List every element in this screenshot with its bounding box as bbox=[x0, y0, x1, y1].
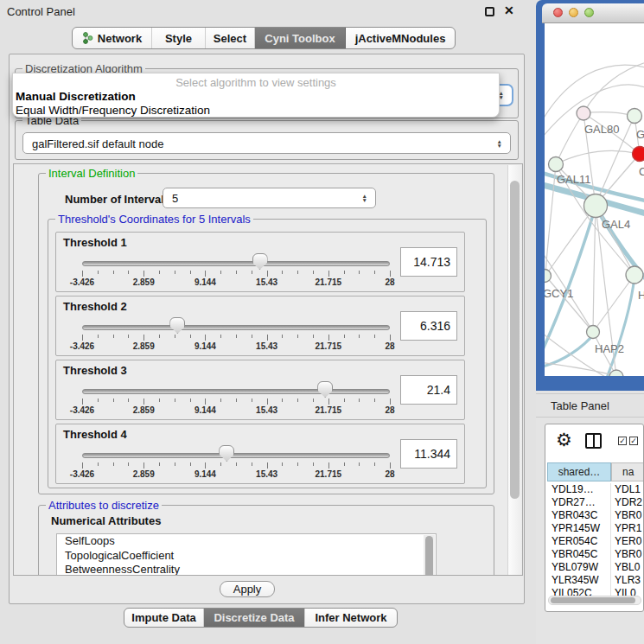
slider-ticks bbox=[82, 399, 390, 405]
threshold-1-value-field[interactable]: 14.713 bbox=[400, 247, 457, 277]
cyni-toolbox-panel: Discretization Algorithm ▲▼ Table Data g… bbox=[9, 54, 525, 604]
table-row[interactable]: YBR045CYBR0 bbox=[547, 548, 644, 561]
select-columns-icon[interactable]: ✓ ✓ bbox=[618, 437, 638, 445]
list-item[interactable]: SelfLoops bbox=[57, 534, 436, 549]
threshold-4-slider-track[interactable] bbox=[82, 453, 390, 458]
interval-definition-group: Interval Definition Number of Intervals … bbox=[38, 173, 494, 494]
threshold-2-box: Threshold 2 -3.4262.8599.14415.4321.7152… bbox=[55, 296, 465, 356]
threshold-3-value-field[interactable]: 21.4 bbox=[400, 375, 457, 405]
tab-select[interactable]: Select bbox=[206, 28, 255, 48]
network-node-red[interactable] bbox=[633, 147, 644, 162]
tab-impute-data[interactable]: Impute Data bbox=[124, 609, 204, 627]
scrollbar-thumb[interactable] bbox=[551, 597, 635, 603]
cell: YDL1 bbox=[611, 483, 644, 496]
table-data-combobox[interactable]: galFiltered.sif default node ▲▼ bbox=[22, 132, 511, 154]
control-panel-title: Control Panel bbox=[7, 5, 75, 18]
threshold-2-slider-track[interactable] bbox=[82, 325, 390, 330]
scrollbar-thumb[interactable] bbox=[510, 181, 520, 499]
attributes-group-label: Attributes to discretize bbox=[46, 499, 162, 512]
tab-style-label: Style bbox=[165, 32, 192, 45]
popup-option-equal-width[interactable]: Equal Width/Frequency Discretization bbox=[16, 104, 210, 117]
network-icon bbox=[82, 32, 93, 44]
table-data-group: Table Data galFiltered.sif default node … bbox=[15, 120, 519, 160]
threshold-4-value-field[interactable]: 11.344 bbox=[400, 439, 457, 469]
tab-cyni-toolbox[interactable]: Cyni Toolbox bbox=[255, 28, 346, 48]
threshold-1-slider-track[interactable] bbox=[82, 261, 390, 266]
node-label-gcy1: GCY1 bbox=[545, 287, 573, 300]
table-row[interactable]: YBL079WYBL0 bbox=[547, 561, 644, 574]
list-item[interactable]: TopologicalCoefficient bbox=[57, 549, 436, 564]
threshold-2-slider-thumb[interactable] bbox=[169, 317, 185, 334]
cell: YBR0 bbox=[611, 548, 644, 561]
close-traffic-light-icon[interactable] bbox=[553, 8, 563, 17]
list-scrollbar[interactable] bbox=[424, 535, 435, 576]
checkbox-icon: ✓ bbox=[618, 437, 627, 445]
numerical-attributes-list[interactable]: SelfLoops TopologicalCoefficient Between… bbox=[56, 533, 437, 576]
table-row[interactable]: YDL19…YDL1 bbox=[547, 483, 644, 496]
popup-placeholder-option[interactable]: Select algorithm to view settings bbox=[13, 76, 499, 89]
tab-discretize-data[interactable]: Discretize Data bbox=[204, 609, 305, 627]
tab-network-label: Network bbox=[98, 32, 142, 45]
minimize-traffic-light-icon[interactable] bbox=[569, 8, 578, 17]
network-node-gal4[interactable] bbox=[584, 194, 608, 218]
network-node-hap2[interactable] bbox=[587, 326, 600, 339]
tab-style[interactable]: Style bbox=[152, 28, 206, 48]
tab-infer-network[interactable]: Infer Network bbox=[305, 609, 397, 627]
checkbox-icon: ✓ bbox=[629, 437, 638, 445]
column-header-name[interactable]: na bbox=[611, 462, 644, 481]
slider-tick-labels: -3.4262.8599.14415.4321.71528 bbox=[82, 277, 390, 288]
tab-network[interactable]: Network bbox=[73, 28, 152, 48]
vertical-scrollbar[interactable] bbox=[507, 165, 521, 575]
table-panel: ⚙ ✓ ✓ shared… na YDL19…YDL1 YDR27…YDR2 Y… bbox=[545, 424, 644, 612]
column-header-shared-name[interactable]: shared… bbox=[547, 462, 611, 481]
number-of-intervals-value: 5 bbox=[172, 192, 178, 205]
tab-jactivemnodules-label: jActiveMNodules bbox=[355, 32, 446, 45]
float-window-icon[interactable] bbox=[485, 7, 494, 16]
close-icon[interactable]: ✕ bbox=[504, 3, 514, 17]
table-row[interactable]: YER054CYER0 bbox=[547, 535, 644, 548]
network-node-gal11[interactable] bbox=[549, 157, 564, 172]
tab-select-label: Select bbox=[214, 32, 246, 45]
top-tabbar: Network Style Select Cyni Toolbox jActiv… bbox=[72, 27, 456, 49]
table-row[interactable]: YDR27…YDR2 bbox=[547, 496, 644, 509]
network-node-gal80[interactable] bbox=[577, 106, 590, 120]
cell: YPR1 bbox=[611, 522, 644, 535]
threshold-1-slider-thumb[interactable] bbox=[252, 253, 268, 270]
list-item[interactable]: BetweennessCentrality bbox=[57, 563, 436, 576]
horizontal-scrollbar[interactable] bbox=[548, 596, 641, 605]
network-canvas[interactable]: GAL80 GA C GAL11 GAL4 GCY1 H HAP2 bbox=[545, 23, 644, 376]
threshold-4-slider-thumb[interactable] bbox=[219, 445, 234, 462]
table-row[interactable]: YPR145WYPR1 bbox=[547, 522, 644, 535]
network-node[interactable] bbox=[628, 109, 642, 124]
table-row[interactable]: YBR043CYBR0 bbox=[547, 509, 644, 522]
tab-infer-network-label: Infer Network bbox=[315, 611, 386, 624]
cell: YLR345W bbox=[547, 574, 611, 587]
control-panel-titlebar: Control Panel ✕ bbox=[0, 0, 536, 22]
table-row[interactable]: YLR345WYLR3 bbox=[547, 574, 644, 587]
zoom-traffic-light-icon[interactable] bbox=[584, 8, 594, 17]
network-node[interactable] bbox=[609, 370, 623, 376]
slider-tick-labels: -3.4262.8599.14415.4321.71528 bbox=[82, 341, 390, 352]
attributes-group: Attributes to discretize Numerical Attri… bbox=[38, 505, 494, 576]
cell: YER0 bbox=[611, 535, 644, 548]
threshold-4-label: Threshold 4 bbox=[63, 428, 127, 441]
threshold-3-slider-track[interactable] bbox=[82, 389, 390, 394]
gear-icon[interactable]: ⚙ bbox=[556, 430, 572, 449]
apply-button[interactable]: Apply bbox=[220, 581, 275, 597]
network-canvas-wrap: GAL80 GA C GAL11 GAL4 GCY1 H HAP2 bbox=[545, 23, 644, 376]
popup-option-manual-discretization[interactable]: Manual Discretization bbox=[16, 90, 136, 103]
slider-tick-labels: -3.4262.8599.14415.4321.71528 bbox=[82, 469, 390, 480]
threshold-3-box: Threshold 3 -3.4262.8599.14415.4321.7152… bbox=[55, 360, 465, 420]
network-window-titlebar[interactable] bbox=[542, 3, 644, 23]
node-label-partial-c: C bbox=[639, 165, 644, 178]
network-node-gcy1[interactable] bbox=[545, 270, 552, 283]
network-node-h[interactable] bbox=[626, 266, 643, 284]
split-columns-icon[interactable] bbox=[585, 433, 602, 449]
threshold-3-slider-thumb[interactable] bbox=[317, 381, 333, 398]
slider-ticks bbox=[82, 335, 390, 341]
threshold-3-label: Threshold 3 bbox=[63, 364, 127, 377]
threshold-2-value-field[interactable]: 6.316 bbox=[400, 311, 457, 341]
number-of-intervals-combobox[interactable]: 5 ▲▼ bbox=[163, 188, 376, 208]
combo-stepper-icon: ▲▼ bbox=[362, 194, 367, 202]
tab-jactivemnodules[interactable]: jActiveMNodules bbox=[346, 28, 455, 48]
